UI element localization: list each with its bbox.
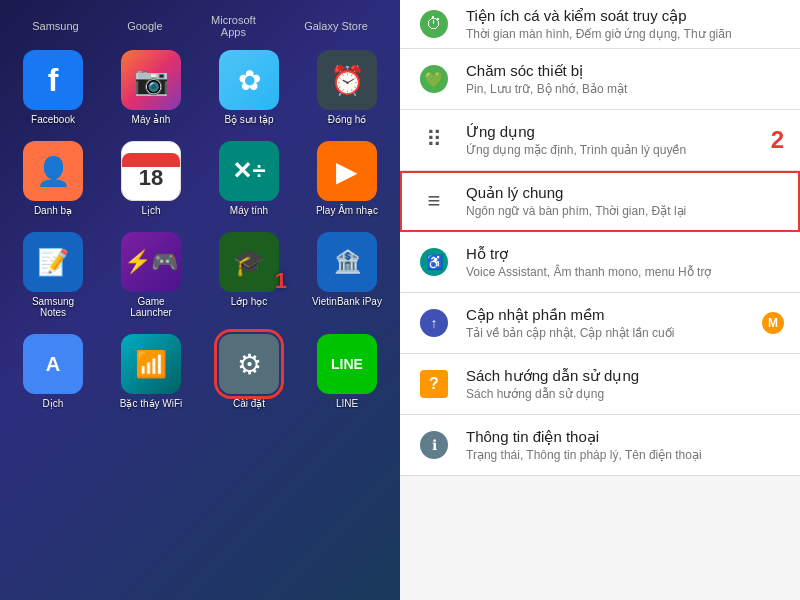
app-row-4: A Dịch 📶 Bặc thầy WiFi ⚙ Cài đặt LINE LI…	[8, 330, 392, 413]
phone-info-text: Thông tin điện thoại Trạng thái, Thông t…	[466, 428, 784, 462]
app-calculator[interactable]: ✕÷ Máy tính	[204, 141, 294, 216]
camera-icon: 📷	[121, 50, 181, 110]
wifi-label: Bặc thầy WiFi	[120, 398, 183, 409]
calculator-label: Máy tính	[230, 205, 268, 216]
user-manual-icon: ?	[420, 370, 448, 398]
settings-item-screen-time[interactable]: ⏱ Tiện ích cá và kiểm soát truy cập Thời…	[400, 0, 800, 49]
calendar-label: Lịch	[141, 205, 160, 216]
classroom-icon: 🎓 1	[219, 232, 279, 292]
facebook-icon: f	[23, 50, 83, 110]
settings-icon: ⚙	[219, 334, 279, 394]
gallery-label: Bộ sưu tập	[224, 114, 273, 125]
vietinbank-label: VietinBank iPay	[312, 296, 382, 307]
camera-label: Máy ảnh	[132, 114, 171, 125]
software-update-subtitle: Tải về bản cập nhật, Cập nhật lần cuối	[466, 326, 756, 340]
app-settings[interactable]: ⚙ Cài đặt	[204, 334, 294, 409]
translate-icon: A	[23, 334, 83, 394]
app-contacts[interactable]: 👤 Danh bạ	[8, 141, 98, 216]
app-classroom[interactable]: 🎓 1 Lớp học	[204, 232, 294, 318]
samsung-store-label[interactable]: Samsung	[32, 20, 78, 32]
m-badge: M	[762, 312, 784, 334]
contacts-icon: 👤	[23, 141, 83, 201]
device-care-icon-wrap: 💚	[416, 61, 452, 97]
game-launcher-icon: ⚡🎮	[121, 232, 181, 292]
app-music[interactable]: ▶ Play Âm nhạc	[302, 141, 392, 216]
gallery-icon: ✿	[219, 50, 279, 110]
app-vietinbank[interactable]: 🏦 VietinBank iPay	[302, 232, 392, 318]
screen-time-title: Tiện ích cá và kiểm soát truy cập	[466, 7, 784, 25]
app-gallery[interactable]: ✿ Bộ sưu tập	[204, 50, 294, 125]
notes-label: Samsung Notes	[18, 296, 88, 318]
classroom-label: Lớp học	[231, 296, 267, 307]
accessibility-text: Hỗ trợ Voice Assistant, Âm thanh mono, m…	[466, 245, 784, 279]
app-row-1: f Facebook 📷 Máy ảnh ✿ Bộ sưu tập ⏰ Đồng…	[8, 46, 392, 129]
general-management-subtitle: Ngôn ngữ và bàn phím, Thời gian, Đặt lại	[466, 204, 784, 218]
clock-icon: ⏰	[317, 50, 377, 110]
app-camera[interactable]: 📷 Máy ảnh	[106, 50, 196, 125]
screen-time-subtitle: Thời gian màn hình, Đếm giờ ứng dụng, Th…	[466, 27, 784, 41]
general-management-icon: ≡	[428, 188, 441, 214]
vietinbank-icon: 🏦	[317, 232, 377, 292]
apps-icon-wrap: ⠿	[416, 122, 452, 158]
user-manual-text: Sách hướng dẫn sử dụng Sách hướng dẫn sử…	[466, 367, 784, 401]
line-label: LINE	[336, 398, 358, 409]
app-facebook[interactable]: f Facebook	[8, 50, 98, 125]
facebook-label: Facebook	[31, 114, 75, 125]
game-launcher-label: Game Launcher	[116, 296, 186, 318]
galaxy-store-label[interactable]: Galaxy Store	[304, 20, 368, 32]
user-manual-icon-wrap: ?	[416, 366, 452, 402]
step2-badge: 2	[771, 126, 784, 154]
app-calendar[interactable]: 18 Lịch	[106, 141, 196, 216]
device-care-title: Chăm sóc thiết bị	[466, 62, 784, 80]
step1-badge: 1	[275, 268, 287, 294]
translate-label: Dịch	[43, 398, 64, 409]
settings-item-device-care[interactable]: 💚 Chăm sóc thiết bị Pin, Lưu trữ, Bộ nhớ…	[400, 49, 800, 110]
settings-item-apps[interactable]: ⠿ Ứng dụng Ứng dụng mặc định, Trình quản…	[400, 110, 800, 171]
screen-time-text: Tiện ích cá và kiểm soát truy cập Thời g…	[466, 7, 784, 41]
screen-time-icon: ⏱	[420, 10, 448, 38]
app-line[interactable]: LINE LINE	[302, 334, 392, 409]
store-row: Samsung Google MicrosoftApps Galaxy Stor…	[8, 10, 392, 46]
microsoft-store-label[interactable]: MicrosoftApps	[211, 14, 256, 38]
device-care-icon: 💚	[420, 65, 448, 93]
line-icon: LINE	[317, 334, 377, 394]
settings-label: Cài đặt	[233, 398, 265, 409]
software-update-title: Cập nhật phần mềm	[466, 306, 756, 324]
settings-item-general-management[interactable]: ≡ Quản lý chung Ngôn ngữ và bàn phím, Th…	[400, 171, 800, 232]
wifi-icon: 📶	[121, 334, 181, 394]
app-game-launcher[interactable]: ⚡🎮 Game Launcher	[106, 232, 196, 318]
settings-item-phone-info[interactable]: ℹ Thông tin điện thoại Trạng thái, Thông…	[400, 415, 800, 476]
settings-item-accessibility[interactable]: ♿ Hỗ trợ Voice Assistant, Âm thanh mono,…	[400, 232, 800, 293]
general-management-text: Quản lý chung Ngôn ngữ và bàn phím, Thời…	[466, 184, 784, 218]
software-update-text: Cập nhật phần mềm Tải về bản cập nhật, C…	[466, 306, 756, 340]
app-clock[interactable]: ⏰ Đồng hồ	[302, 50, 392, 125]
music-label: Play Âm nhạc	[316, 205, 378, 216]
contacts-label: Danh bạ	[34, 205, 72, 216]
app-samsung-notes[interactable]: 📝 Samsung Notes	[8, 232, 98, 318]
calculator-icon: ✕÷	[219, 141, 279, 201]
accessibility-title: Hỗ trợ	[466, 245, 784, 263]
general-management-icon-wrap: ≡	[416, 183, 452, 219]
user-manual-title: Sách hướng dẫn sử dụng	[466, 367, 784, 385]
device-care-text: Chăm sóc thiết bị Pin, Lưu trữ, Bộ nhớ, …	[466, 62, 784, 96]
phone-info-title: Thông tin điện thoại	[466, 428, 784, 446]
google-store-label[interactable]: Google	[127, 20, 162, 32]
app-row-3: 📝 Samsung Notes ⚡🎮 Game Launcher 🎓 1 Lớp…	[8, 228, 392, 322]
screen-time-icon-wrap: ⏱	[416, 6, 452, 42]
clock-label: Đồng hồ	[328, 114, 367, 125]
accessibility-subtitle: Voice Assistant, Âm thanh mono, menu Hỗ …	[466, 265, 784, 279]
settings-item-software-update[interactable]: ↑ Cập nhật phần mềm Tải về bản cập nhật,…	[400, 293, 800, 354]
app-wifi[interactable]: 📶 Bặc thầy WiFi	[106, 334, 196, 409]
apps-icon: ⠿	[426, 127, 442, 153]
phone-info-subtitle: Trạng thái, Thông tin pháp lý, Tên điện …	[466, 448, 784, 462]
general-management-title: Quản lý chung	[466, 184, 784, 202]
home-screen: Samsung Google MicrosoftApps Galaxy Stor…	[0, 0, 400, 600]
phone-info-icon-wrap: ℹ	[416, 427, 452, 463]
apps-text: Ứng dụng Ứng dụng mặc định, Trình quản l…	[466, 123, 763, 157]
user-manual-subtitle: Sách hướng dẫn sử dụng	[466, 387, 784, 401]
accessibility-icon: ♿	[420, 248, 448, 276]
settings-item-user-manual[interactable]: ? Sách hướng dẫn sử dụng Sách hướng dẫn …	[400, 354, 800, 415]
device-care-subtitle: Pin, Lưu trữ, Bộ nhớ, Bảo mật	[466, 82, 784, 96]
notes-icon: 📝	[23, 232, 83, 292]
app-translate[interactable]: A Dịch	[8, 334, 98, 409]
